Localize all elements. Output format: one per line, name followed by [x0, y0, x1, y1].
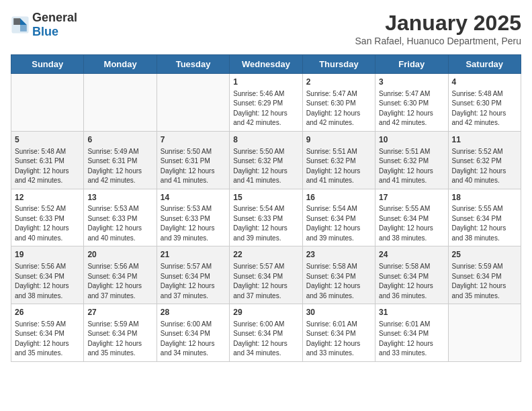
day-info: Sunrise: 5:55 AM Sunset: 6:34 PM Dayligh…	[452, 204, 517, 243]
calendar-cell: 18Sunrise: 5:55 AM Sunset: 6:34 PM Dayli…	[448, 189, 521, 246]
calendar-cell: 11Sunrise: 5:52 AM Sunset: 6:32 PM Dayli…	[448, 131, 521, 189]
logo-general: General	[32, 11, 77, 24]
calendar-cell: 20Sunrise: 5:56 AM Sunset: 6:34 PM Dayli…	[84, 246, 157, 304]
day-number: 1	[233, 77, 298, 88]
day-info: Sunrise: 5:49 AM Sunset: 6:31 PM Dayligh…	[87, 147, 152, 186]
calendar-cell: 31Sunrise: 6:01 AM Sunset: 6:34 PM Dayli…	[375, 304, 448, 362]
day-number: 2	[306, 77, 371, 88]
calendar-subtitle: San Rafael, Huanuco Department, Peru	[355, 36, 521, 46]
calendar-cell: 29Sunrise: 6:00 AM Sunset: 6:34 PM Dayli…	[230, 304, 302, 362]
calendar-cell: 6Sunrise: 5:49 AM Sunset: 6:31 PM Daylig…	[84, 131, 157, 189]
calendar-table: SundayMondayTuesdayWednesdayThursdayFrid…	[11, 54, 521, 362]
calendar-cell: 12Sunrise: 5:52 AM Sunset: 6:33 PM Dayli…	[11, 189, 84, 246]
day-info: Sunrise: 5:47 AM Sunset: 6:30 PM Dayligh…	[379, 89, 444, 128]
day-number: 26	[15, 307, 80, 318]
day-number: 20	[87, 249, 152, 261]
weekday-header-sunday: Sunday	[11, 55, 84, 74]
calendar-cell: 25Sunrise: 5:59 AM Sunset: 6:34 PM Dayli…	[448, 246, 521, 304]
day-info: Sunrise: 5:48 AM Sunset: 6:30 PM Dayligh…	[452, 89, 517, 128]
day-info: Sunrise: 5:51 AM Sunset: 6:32 PM Dayligh…	[306, 147, 371, 186]
calendar-cell	[84, 74, 157, 132]
calendar-cell: 30Sunrise: 6:01 AM Sunset: 6:34 PM Dayli…	[302, 304, 375, 362]
day-number: 18	[452, 192, 517, 203]
weekday-header-tuesday: Tuesday	[157, 55, 229, 74]
day-number: 11	[452, 134, 517, 146]
calendar-cell: 4Sunrise: 5:48 AM Sunset: 6:30 PM Daylig…	[448, 74, 521, 132]
day-number: 16	[306, 192, 371, 203]
svg-marker-2	[20, 25, 27, 32]
calendar-cell: 16Sunrise: 5:54 AM Sunset: 6:34 PM Dayli…	[302, 189, 375, 246]
calendar-cell: 1Sunrise: 5:46 AM Sunset: 6:29 PM Daylig…	[230, 74, 302, 132]
calendar-cell	[448, 304, 521, 362]
day-info: Sunrise: 5:53 AM Sunset: 6:33 PM Dayligh…	[161, 204, 226, 243]
calendar-cell: 24Sunrise: 5:58 AM Sunset: 6:34 PM Dayli…	[375, 246, 448, 304]
calendar-cell: 19Sunrise: 5:56 AM Sunset: 6:34 PM Dayli…	[11, 246, 84, 304]
calendar-cell: 28Sunrise: 6:00 AM Sunset: 6:34 PM Dayli…	[157, 304, 229, 362]
weekday-header-thursday: Thursday	[302, 55, 375, 74]
day-info: Sunrise: 5:50 AM Sunset: 6:31 PM Dayligh…	[161, 147, 226, 186]
weekday-header-friday: Friday	[375, 55, 448, 74]
calendar-cell: 14Sunrise: 5:53 AM Sunset: 6:33 PM Dayli…	[157, 189, 229, 246]
weekday-header-monday: Monday	[84, 55, 157, 74]
weekday-header-row: SundayMondayTuesdayWednesdayThursdayFrid…	[11, 55, 521, 74]
day-number: 6	[87, 134, 152, 146]
calendar-cell: 9Sunrise: 5:51 AM Sunset: 6:32 PM Daylig…	[302, 131, 375, 189]
day-info: Sunrise: 5:48 AM Sunset: 6:31 PM Dayligh…	[15, 147, 80, 186]
calendar-cell: 5Sunrise: 5:48 AM Sunset: 6:31 PM Daylig…	[11, 131, 84, 189]
day-number: 15	[233, 192, 298, 203]
day-info: Sunrise: 5:59 AM Sunset: 6:34 PM Dayligh…	[15, 320, 80, 359]
svg-marker-3	[13, 18, 20, 25]
day-number: 28	[161, 307, 226, 318]
day-number: 5	[15, 134, 80, 146]
day-info: Sunrise: 5:53 AM Sunset: 6:33 PM Dayligh…	[87, 204, 152, 243]
calendar-cell: 3Sunrise: 5:47 AM Sunset: 6:30 PM Daylig…	[375, 74, 448, 132]
calendar-cell: 2Sunrise: 5:47 AM Sunset: 6:30 PM Daylig…	[302, 74, 375, 132]
day-info: Sunrise: 5:55 AM Sunset: 6:34 PM Dayligh…	[379, 204, 444, 243]
day-number: 14	[161, 192, 226, 203]
calendar-cell	[157, 74, 229, 132]
week-row-2: 12Sunrise: 5:52 AM Sunset: 6:33 PM Dayli…	[11, 189, 521, 246]
calendar-cell: 15Sunrise: 5:54 AM Sunset: 6:33 PM Dayli…	[230, 189, 302, 246]
day-info: Sunrise: 6:01 AM Sunset: 6:34 PM Dayligh…	[379, 320, 444, 359]
day-number: 10	[379, 134, 444, 146]
day-info: Sunrise: 5:54 AM Sunset: 6:34 PM Dayligh…	[306, 204, 371, 243]
calendar-cell: 8Sunrise: 5:50 AM Sunset: 6:32 PM Daylig…	[230, 131, 302, 189]
day-info: Sunrise: 5:56 AM Sunset: 6:34 PM Dayligh…	[87, 262, 152, 301]
day-number: 23	[306, 249, 371, 261]
day-number: 27	[87, 307, 152, 318]
day-number: 8	[233, 134, 298, 146]
day-number: 21	[161, 249, 226, 261]
day-info: Sunrise: 5:59 AM Sunset: 6:34 PM Dayligh…	[452, 262, 517, 301]
page-header: General Blue January 2025 San Rafael, Hu…	[11, 11, 521, 46]
calendar-cell: 22Sunrise: 5:57 AM Sunset: 6:34 PM Dayli…	[230, 246, 302, 304]
weekday-header-wednesday: Wednesday	[230, 55, 302, 74]
day-number: 17	[379, 192, 444, 203]
day-info: Sunrise: 6:01 AM Sunset: 6:34 PM Dayligh…	[306, 320, 371, 359]
day-number: 24	[379, 249, 444, 261]
week-row-3: 19Sunrise: 5:56 AM Sunset: 6:34 PM Dayli…	[11, 246, 521, 304]
day-info: Sunrise: 5:47 AM Sunset: 6:30 PM Dayligh…	[306, 89, 371, 128]
day-number: 22	[233, 249, 298, 261]
day-number: 12	[15, 192, 80, 203]
title-section: January 2025 San Rafael, Huanuco Departm…	[355, 11, 521, 46]
day-info: Sunrise: 5:50 AM Sunset: 6:32 PM Dayligh…	[233, 147, 298, 186]
day-number: 3	[379, 77, 444, 88]
day-info: Sunrise: 5:59 AM Sunset: 6:34 PM Dayligh…	[87, 320, 152, 359]
day-number: 9	[306, 134, 371, 146]
day-number: 30	[306, 307, 371, 318]
logo: General Blue	[11, 11, 77, 39]
calendar-cell: 13Sunrise: 5:53 AM Sunset: 6:33 PM Dayli…	[84, 189, 157, 246]
day-number: 31	[379, 307, 444, 318]
day-number: 13	[87, 192, 152, 203]
day-number: 7	[161, 134, 226, 146]
calendar-cell: 17Sunrise: 5:55 AM Sunset: 6:34 PM Dayli…	[375, 189, 448, 246]
day-number: 4	[452, 77, 517, 88]
day-info: Sunrise: 6:00 AM Sunset: 6:34 PM Dayligh…	[233, 320, 298, 359]
day-number: 19	[15, 249, 80, 261]
day-info: Sunrise: 5:54 AM Sunset: 6:33 PM Dayligh…	[233, 204, 298, 243]
day-number: 25	[452, 249, 517, 261]
calendar-cell: 21Sunrise: 5:57 AM Sunset: 6:34 PM Dayli…	[157, 246, 229, 304]
calendar-cell: 10Sunrise: 5:51 AM Sunset: 6:32 PM Dayli…	[375, 131, 448, 189]
day-number: 29	[233, 307, 298, 318]
calendar-cell: 23Sunrise: 5:58 AM Sunset: 6:34 PM Dayli…	[302, 246, 375, 304]
